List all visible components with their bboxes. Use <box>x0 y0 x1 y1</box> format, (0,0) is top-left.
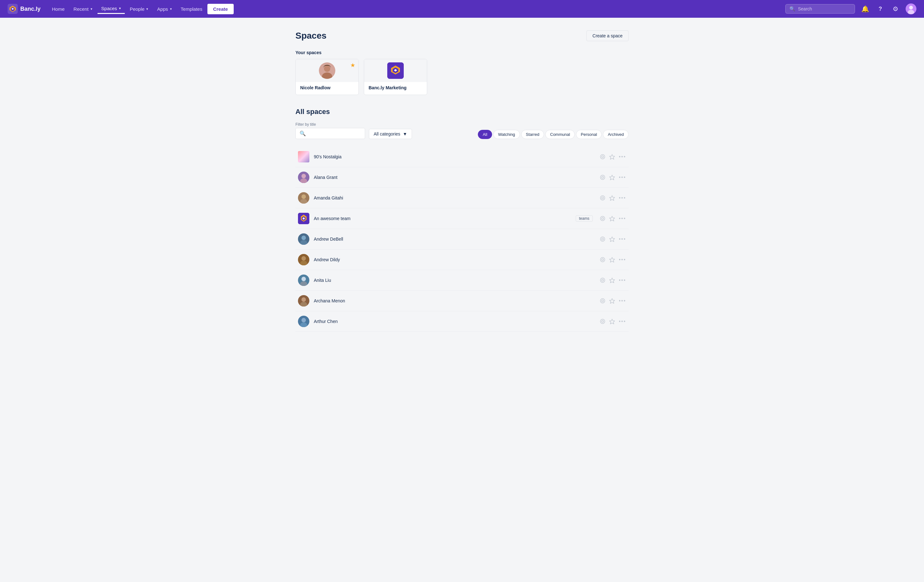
space-card-nicole-body: Nicole Radlow <box>296 82 358 95</box>
create-space-button[interactable]: Create a space <box>586 30 629 41</box>
more-icon-amanda[interactable]: ••• <box>619 195 626 201</box>
watch-icon-arthur[interactable] <box>600 318 606 324</box>
settings-button[interactable]: ⚙ <box>891 4 901 14</box>
list-item[interactable]: Andrew Dildy ••• <box>295 249 629 270</box>
list-item[interactable]: Alana Grant ••• <box>295 167 629 188</box>
star-icon-andrewdb[interactable] <box>609 236 615 242</box>
svg-point-30 <box>601 237 605 241</box>
star-icon-nostalgia[interactable] <box>609 154 615 160</box>
help-button[interactable]: ? <box>875 4 885 14</box>
thumb-awesome <box>298 213 309 224</box>
svg-point-46 <box>302 297 306 302</box>
your-spaces-section: Your spaces ★ <box>295 50 629 95</box>
star-icon-awesome[interactable] <box>609 216 615 221</box>
space-name-amanda: Amanda Gitahi <box>314 195 595 200</box>
space-name-anita: Anita Liu <box>314 278 595 283</box>
tab-archived[interactable]: Archived <box>603 130 629 139</box>
space-name-awesome: An awesome team <box>314 216 571 221</box>
svg-point-52 <box>302 318 306 322</box>
space-actions-amanda: ••• <box>600 195 626 201</box>
filter-search-icon: 🔍 <box>300 130 306 137</box>
list-item[interactable]: Arthur Chen ••• <box>295 311 629 332</box>
space-actions-andrewdb: ••• <box>600 236 626 242</box>
space-name-archana: Archana Menon <box>314 298 595 303</box>
watch-icon-anita[interactable] <box>600 277 606 283</box>
watch-icon-archana[interactable] <box>600 298 606 304</box>
watch-icon-andrewdb[interactable] <box>600 236 606 242</box>
svg-point-20 <box>601 196 605 200</box>
svg-point-49 <box>602 300 604 302</box>
list-item[interactable]: Amanda Gitahi ••• <box>295 188 629 208</box>
people-chevron: ▾ <box>146 7 148 11</box>
space-card-bancly[interactable]: Banc.ly Marketing <box>364 59 427 95</box>
filter-input-box[interactable]: 🔍 <box>295 128 365 139</box>
more-icon-anita[interactable]: ••• <box>619 277 626 283</box>
star-icon-arthur[interactable] <box>609 318 615 324</box>
star-icon-anita[interactable] <box>609 277 615 283</box>
space-card-nicole[interactable]: ★ Nicole Radlow <box>295 59 359 95</box>
nav-recent[interactable]: Recent ▾ <box>70 5 96 13</box>
tab-watching[interactable]: Watching <box>493 130 520 139</box>
more-icon-arthur[interactable]: ••• <box>619 318 626 324</box>
list-item[interactable]: Archana Menon ••• <box>295 291 629 311</box>
star-icon-archana[interactable] <box>609 298 615 304</box>
thumb-arthur <box>298 316 309 327</box>
star-icon-andrewdi[interactable] <box>609 257 615 262</box>
more-icon-alana[interactable]: ••• <box>619 175 626 180</box>
more-icon-archana[interactable]: ••• <box>619 298 626 304</box>
nav-home[interactable]: Home <box>48 5 68 13</box>
gear-icon: ⚙ <box>893 5 898 13</box>
svg-marker-56 <box>610 319 615 324</box>
tab-communal[interactable]: Communal <box>545 130 575 139</box>
space-actions-archana: ••• <box>600 298 626 304</box>
filter-text-input[interactable] <box>309 131 361 136</box>
nav-people[interactable]: People ▾ <box>126 5 152 13</box>
watch-icon-andrewdi[interactable] <box>600 257 606 262</box>
search-bar[interactable]: 🔍 <box>785 4 855 13</box>
list-item[interactable]: Andrew DeBell ••• <box>295 229 629 249</box>
brand-logo[interactable]: Banc.ly <box>8 4 41 14</box>
svg-marker-26 <box>610 216 615 221</box>
your-spaces-label: Your spaces <box>295 50 629 55</box>
more-icon-andrewdb[interactable]: ••• <box>619 236 626 242</box>
space-actions-awesome: ••• <box>600 216 626 221</box>
svg-marker-38 <box>610 257 615 262</box>
category-dropdown[interactable]: All categories ▼ <box>369 129 412 139</box>
nav-templates[interactable]: Templates <box>177 5 206 13</box>
tab-personal[interactable]: Personal <box>576 130 602 139</box>
main-content: Spaces Create a space Your spaces <box>288 18 636 357</box>
svg-point-25 <box>602 218 604 219</box>
nav-apps[interactable]: Apps ▾ <box>153 5 175 13</box>
space-name-alana: Alana Grant <box>314 175 595 180</box>
category-chevron-icon: ▼ <box>403 132 407 137</box>
watch-icon-amanda[interactable] <box>600 195 606 201</box>
svg-point-36 <box>601 257 605 262</box>
more-icon-awesome[interactable]: ••• <box>619 216 626 221</box>
category-label: All categories <box>374 132 400 137</box>
user-avatar[interactable] <box>906 3 916 14</box>
notifications-button[interactable]: 🔔 <box>860 4 870 14</box>
space-card-nicole-name: Nicole Radlow <box>300 85 354 90</box>
list-item[interactable]: An awesome team teams ••• <box>295 208 629 229</box>
nav-right: 🔍 🔔 ? ⚙ <box>785 3 916 14</box>
star-icon-alana[interactable] <box>609 175 615 180</box>
list-item[interactable]: 90's Nostalgia ••• <box>295 147 629 167</box>
more-icon-andrewdi[interactable]: ••• <box>619 257 626 262</box>
watch-icon-alana[interactable] <box>600 175 606 180</box>
nav-spaces[interactable]: Spaces ▾ <box>97 4 125 14</box>
search-icon: 🔍 <box>789 6 795 12</box>
more-icon-nostalgia[interactable]: ••• <box>619 154 626 160</box>
watch-icon-nostalgia[interactable] <box>600 154 606 160</box>
svg-marker-32 <box>610 237 615 242</box>
create-button[interactable]: Create <box>208 4 234 14</box>
tab-starred[interactable]: Starred <box>521 130 544 139</box>
list-item[interactable]: Anita Liu ••• <box>295 270 629 291</box>
search-input[interactable] <box>798 7 851 12</box>
star-icon-amanda[interactable] <box>609 195 615 201</box>
space-actions-nostalgia: ••• <box>600 154 626 160</box>
tab-all[interactable]: All <box>478 130 492 139</box>
space-actions-alana: ••• <box>600 175 626 180</box>
watch-icon-awesome[interactable] <box>600 216 606 221</box>
space-name-arthur: Arthur Chen <box>314 319 595 324</box>
svg-point-9 <box>602 156 604 158</box>
